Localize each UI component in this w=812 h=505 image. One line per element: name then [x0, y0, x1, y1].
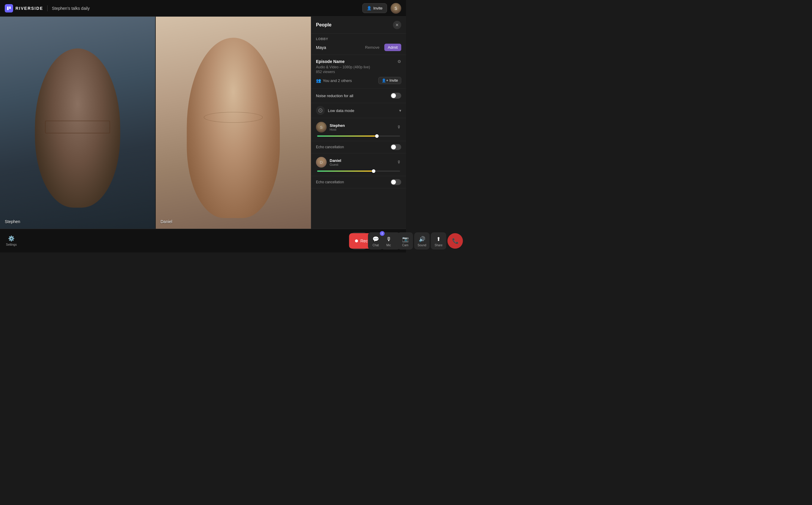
invite-button[interactable]: 👤 Invite [362, 3, 387, 13]
chat-badge: 2 [380, 231, 385, 236]
stephen-mic-icon[interactable]: 🎙 [397, 125, 401, 130]
invite-small-icon: 👤+ [382, 78, 388, 82]
daniel-volume-fill [317, 171, 374, 172]
invite-participants-button[interactable]: 👤+ Invite [378, 77, 401, 84]
session-title: Stephen's talks daily [52, 6, 90, 11]
daniel-info: Daniel Guest [329, 158, 394, 166]
toggle-knob [391, 93, 396, 98]
participants-icon: 👥 [316, 78, 321, 83]
settings-gear-icon: ⚙️ [8, 235, 15, 242]
episode-header: Episode Name ⚙ [316, 59, 401, 64]
person-entry-stephen: S Stephen Host 🎙 [311, 118, 406, 141]
panel-content: Lobby Maya Remove Admit Episode Name ⚙ A… [311, 34, 406, 229]
logo: RIVERSIDE [5, 4, 43, 12]
main-content: Stephen Daniel People ✕ Lobby [0, 17, 406, 229]
noise-reduction-toggle[interactable] [391, 93, 401, 99]
invite-icon: 👤 [367, 6, 372, 10]
admit-button[interactable]: Admit [384, 44, 401, 51]
video-placeholder-right [156, 17, 311, 229]
daniel-role: Guest [329, 163, 394, 166]
person-entry-daniel: D Daniel Guest 🎙 [311, 153, 406, 176]
low-data-left: Low data mode [316, 106, 354, 115]
echo-toggle-stephen[interactable] [391, 144, 401, 150]
lobby-person-row: Maya Remove Admit [316, 44, 401, 51]
panel-title: People [316, 22, 331, 28]
participants-text: You and 2 others [323, 78, 352, 83]
episode-quality: Audio & Video – 1080p (480p live) [316, 65, 401, 69]
stephen-role: Host [329, 128, 394, 131]
noise-reduction-label: Noise reduction for all [316, 94, 354, 98]
daniel-volume-thumb[interactable] [372, 169, 375, 173]
volume-fill [317, 136, 377, 137]
invite-small-label: Invite [389, 78, 398, 82]
daniel-avatar: D [316, 157, 327, 168]
lobby-actions: Remove Admit [363, 44, 401, 51]
chevron-down-icon: ▾ [399, 108, 401, 113]
echo-toggle-daniel-knob [391, 180, 396, 184]
participants-info: 👥 You and 2 others [316, 78, 352, 83]
close-panel-button[interactable]: ✕ [393, 21, 401, 29]
people-panel: People ✕ Lobby Maya Remove Admit Episode… [311, 17, 406, 229]
echo-row-daniel: Echo cancellation [311, 176, 406, 188]
mic-icon: 🎙 [386, 236, 391, 242]
user-avatar[interactable]: S [391, 3, 401, 14]
cam-button[interactable]: 📷 Cam [398, 232, 406, 249]
echo-label-daniel: Echo cancellation [316, 180, 344, 184]
episode-viewers: 852 viewers [316, 70, 401, 74]
video-panel-right: Daniel [155, 17, 311, 229]
settings-icon[interactable]: ⚙ [397, 59, 401, 64]
invite-label: Invite [373, 6, 383, 10]
svg-rect-1 [9, 7, 11, 9]
settings-label: Settings [6, 243, 17, 246]
settings-button[interactable]: ⚙️ Settings [6, 235, 17, 246]
volume-track [317, 136, 400, 137]
panel-header: People ✕ [311, 17, 406, 34]
cam-icon: 📷 [402, 236, 406, 242]
person-header-stephen: S Stephen Host 🎙 [316, 122, 401, 133]
stephen-avatar: S [316, 122, 327, 133]
svg-point-2 [318, 109, 322, 112]
stephen-volume-slider[interactable] [317, 136, 400, 137]
low-data-icon [316, 106, 325, 115]
svg-rect-0 [7, 7, 9, 10]
echo-toggle-knob [391, 145, 396, 149]
volume-thumb[interactable] [375, 134, 379, 138]
video-panel-left: Stephen [0, 17, 155, 229]
app-name: RIVERSIDE [15, 6, 43, 11]
chat-icon: 💬 [372, 236, 379, 242]
daniel-volume-slider[interactable] [317, 171, 400, 172]
daniel-volume-track [317, 171, 400, 172]
record-dot [355, 239, 358, 242]
echo-toggle-daniel[interactable] [391, 179, 401, 185]
video-label-right: Daniel [160, 219, 172, 224]
header-divider [47, 5, 47, 11]
episode-name: Episode Name [316, 59, 345, 64]
header-right: 👤 Invite S [362, 3, 401, 14]
video-label-left: Stephen [5, 219, 20, 224]
low-data-label: Low data mode [328, 109, 354, 113]
stephen-name: Stephen [329, 123, 394, 128]
lobby-person-name: Maya [316, 45, 326, 50]
daniel-mic-icon[interactable]: 🎙 [397, 160, 401, 165]
episode-section: Episode Name ⚙ Audio & Video – 1080p (48… [311, 55, 406, 89]
video-area: Stephen Daniel [0, 17, 311, 229]
person-header-daniel: D Daniel Guest 🎙 [316, 157, 401, 168]
participants-row: 👥 You and 2 others 👤+ Invite [316, 77, 401, 84]
low-data-mode-row[interactable]: Low data mode ▾ [311, 103, 406, 118]
remove-button[interactable]: Remove [363, 44, 382, 51]
chat-label: Chat [372, 243, 379, 247]
stephen-info: Stephen Host [329, 123, 394, 131]
chat-wrapper: 💬 Chat 2 [368, 232, 383, 249]
video-placeholder-left [0, 17, 155, 229]
logo-icon [5, 4, 13, 12]
cam-label: Cam [402, 243, 406, 247]
header: RIVERSIDE Stephen's talks daily 👤 Invite… [0, 0, 406, 17]
echo-row-stephen: Echo cancellation [311, 141, 406, 153]
noise-reduction-row: Noise reduction for all [311, 89, 406, 103]
lobby-label: Lobby [316, 37, 401, 41]
mic-label: Mic [386, 243, 391, 247]
lobby-section: Lobby Maya Remove Admit [311, 34, 406, 55]
daniel-name: Daniel [329, 158, 394, 163]
bottom-bar: ⚙️ Settings Record 🎙 Mic 📷 Cam 🔊 Sound ⬆… [0, 229, 406, 252]
echo-label-stephen: Echo cancellation [316, 145, 344, 149]
